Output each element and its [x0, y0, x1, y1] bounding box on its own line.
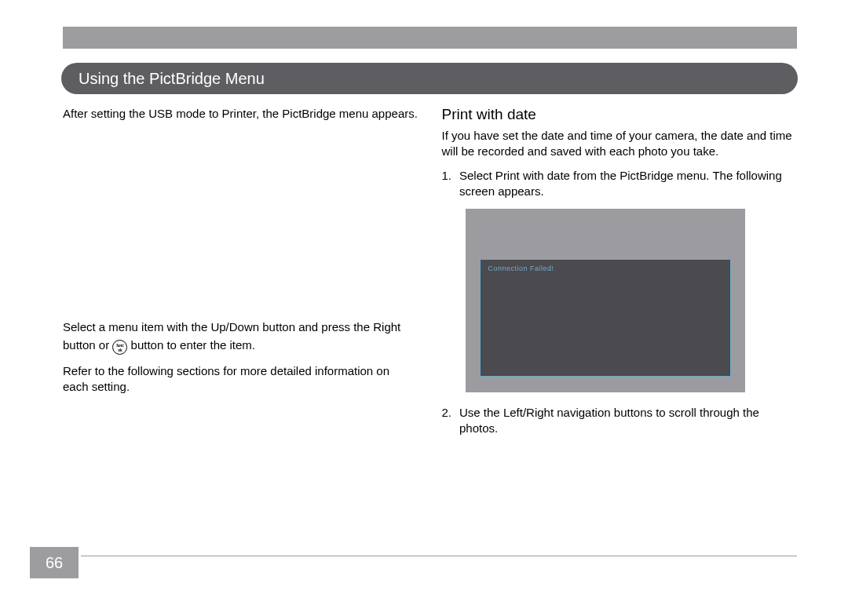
icon-bottom-label: ok	[118, 348, 122, 352]
right-intro: If you have set the date and time of you…	[442, 128, 798, 160]
step-2: 2. Use the Left/Right navigation buttons…	[442, 405, 798, 437]
step-2-number: 2.	[442, 405, 452, 437]
section-title: Using the PictBridge Menu	[79, 70, 265, 88]
camera-screenshot: Connection Failed!	[466, 209, 745, 392]
image-placeholder	[63, 122, 419, 319]
step-1: 1. Select Print with date from the PictB…	[442, 168, 798, 200]
step-1-number: 1.	[442, 168, 452, 200]
manual-page: Using the PictBridge Menu After setting …	[0, 0, 848, 616]
func-ok-icon: func ok	[112, 336, 127, 356]
camera-screenshot-inner: Connection Failed!	[480, 259, 731, 377]
left-column: After setting the USB mode to Printer, t…	[63, 106, 419, 447]
connection-failed-message: Connection Failed!	[488, 264, 554, 272]
footer-rule	[81, 556, 797, 556]
step-1-text: Select Print with date from the PictBrid…	[459, 168, 797, 200]
step-2-text: Use the Left/Right navigation buttons to…	[459, 405, 797, 437]
print-with-date-heading: Print with date	[442, 106, 798, 123]
page-number-text: 66	[46, 554, 63, 572]
intro-text: After setting the USB mode to Printer, t…	[63, 106, 419, 122]
page-number: 66	[30, 547, 79, 578]
menu-instruction: Select a menu item with the Up/Down butt…	[63, 319, 419, 355]
refer-text: Refer to the following sections for more…	[63, 363, 419, 395]
content-columns: After setting the USB mode to Printer, t…	[63, 106, 797, 447]
section-header: Using the PictBridge Menu	[61, 63, 798, 94]
right-column: Print with date If you have set the date…	[442, 106, 798, 447]
menu-instruction-post: button to enter the item.	[131, 337, 255, 351]
header-bar	[63, 27, 797, 49]
